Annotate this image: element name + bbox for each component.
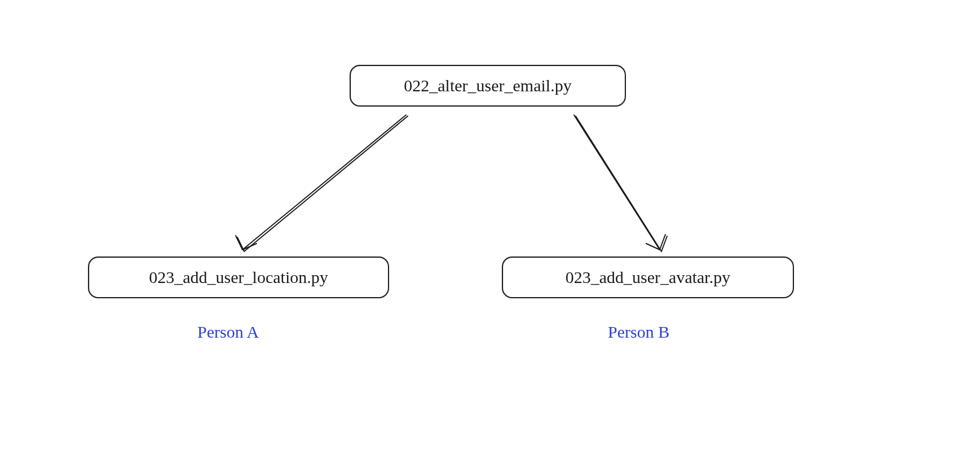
node-right-migration: 023_add_user_avatar.py [502,257,794,298]
node-right-label: 023_add_user_avatar.py [566,268,730,286]
caption-person-b-text: Person B [608,322,669,341]
node-parent-migration: 022_alter_user_email.py [350,65,626,107]
svg-line-1 [244,116,408,251]
caption-person-b: Person B [608,322,669,342]
node-left-migration: 023_add_user_location.py [88,257,389,298]
caption-person-a: Person A [197,322,259,342]
svg-line-0 [242,115,406,250]
caption-person-a-text: Person A [197,322,259,341]
node-parent-label: 022_alter_user_email.py [404,76,571,95]
svg-line-3 [576,116,661,251]
node-left-label: 023_add_user_location.py [149,268,328,286]
svg-line-2 [574,115,660,250]
